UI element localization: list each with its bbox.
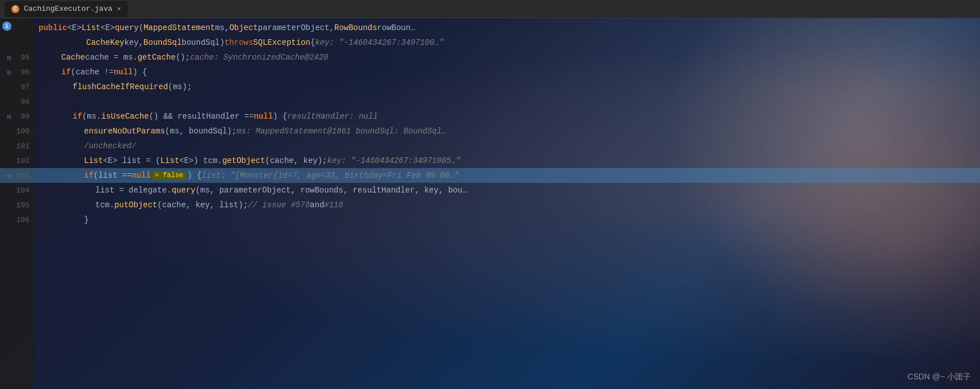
code-line: CacheKey key, BoundSql boundSql) throws … [34, 35, 980, 50]
fold-icon[interactable]: ⊟ [7, 69, 11, 76]
tab-java-icon: C [11, 5, 19, 13]
tab-filename: CachingExecutor.java [24, 5, 112, 13]
breakpoint-area: ⊟ [5, 69, 14, 76]
line-number-row: ⊟96 [0, 65, 34, 80]
line-number-row: 97 [0, 80, 34, 94]
fold-icon[interactable]: ⊟ [7, 113, 11, 120]
line-number: 100 [14, 127, 30, 136]
line-number: 105 [14, 201, 30, 210]
code-line: if (cache != null) { [34, 65, 980, 80]
code-line: ensureNoOutParams(ms, boundSql); ms: Map… [34, 124, 980, 139]
code-line: flushCacheIfRequired(ms); [34, 80, 980, 94]
line-number: 103 [14, 172, 30, 180]
line-number-row: 105 [0, 198, 34, 212]
line-number: 98 [14, 98, 30, 106]
line-number: 96 [14, 68, 30, 77]
code-lines: public <E> List<E> query(MappedStatement… [34, 18, 980, 389]
breakpoint-area: ⊟ [5, 113, 14, 120]
fold-icon[interactable]: ⊟ [7, 54, 11, 61]
code-container: ▶⊟95⊟969798⊟99100101102⊟103104105106 pub… [0, 18, 980, 389]
line-numbers: ▶⊟95⊟969798⊟99100101102⊟103104105106 [0, 18, 34, 389]
line-number: 95 [14, 53, 30, 62]
breakpoint-area: ⊟ [5, 54, 14, 61]
watermark: CSDN @~ 小团子 [907, 372, 971, 382]
line-number-row: 104 [0, 183, 34, 198]
code-line: List<E> list = (List<E>) tcm.getObject(c… [34, 153, 980, 168]
code-line: list = delegate.query(ms, parameterObjec… [34, 183, 980, 198]
line-number: 101 [14, 142, 30, 150]
code-line: Cache cache = ms.getCache(); cache: Sync… [34, 50, 980, 65]
tab-caching-executor[interactable]: C CachingExecutor.java ✕ [5, 1, 128, 17]
line-number-row [0, 35, 34, 50]
line-number-row: 98 [0, 94, 34, 109]
line-number: 102 [14, 157, 30, 165]
line-number-row: 100 [0, 124, 34, 139]
tab-bar: C CachingExecutor.java ✕ [0, 0, 980, 18]
code-line: /unchecked/ [34, 139, 980, 153]
line-number: 97 [14, 83, 30, 91]
code-line: } [34, 212, 980, 227]
line-number-row: 106 [0, 212, 34, 227]
line-number: 99 [14, 112, 30, 121]
line-number: 106 [14, 216, 30, 224]
tab-close-icon[interactable]: ✕ [117, 5, 121, 13]
code-line: if (list == null= false) { list: "[Monst… [34, 168, 980, 183]
breakpoint-area: ⊟ [5, 172, 14, 179]
info-icon: i [2, 22, 11, 31]
code-line [34, 94, 980, 109]
fold-icon[interactable]: ⊟ [7, 172, 11, 179]
code-line: if (ms.isUseCache() && resultHandler == … [34, 109, 980, 124]
editor-area: i ▶⊟95⊟969798⊟99100101102⊟103104105106 p… [0, 18, 980, 389]
line-number-row: 102 [0, 153, 34, 168]
line-number-row: ⊟95 [0, 50, 34, 65]
line-number-row: ⊟103 [0, 168, 34, 183]
code-line: public <E> List<E> query(MappedStatement… [34, 20, 980, 35]
line-number: 104 [14, 186, 30, 195]
code-line: tcm.putObject(cache, key, list); // issu… [34, 198, 980, 212]
line-number-row: ⊟99 [0, 109, 34, 124]
line-number-row: 101 [0, 139, 34, 153]
